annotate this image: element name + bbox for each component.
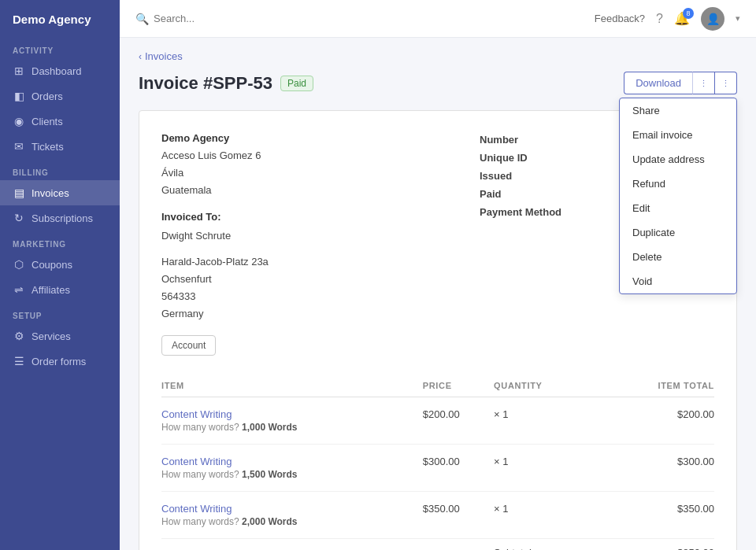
menu-item-edit[interactable]: Edit	[620, 196, 736, 220]
clients-icon: ◉	[13, 115, 25, 127]
user-menu-chevron[interactable]: ▾	[736, 13, 740, 24]
to-zip: 564333	[161, 288, 269, 305]
sidebar-item-affiliates[interactable]: ⇌ Affiliates	[0, 277, 120, 302]
col-price: PRICE	[423, 375, 494, 397]
to-country: Germany	[161, 305, 269, 323]
subtotal-value: $850.00	[587, 538, 714, 550]
page-title: Invoice #SPP-53	[139, 73, 272, 94]
topbar-right: Feedback? ? 🔔 8 👤 ▾	[595, 7, 740, 31]
dashboard-icon: ⊞	[13, 65, 25, 77]
table-row: Content Writing How many words? 1,000 Wo…	[161, 397, 714, 444]
sidebar-item-label: Orders	[32, 90, 63, 102]
download-button[interactable]: Download	[624, 72, 692, 94]
services-icon: ⚙	[13, 330, 25, 342]
menu-item-delete[interactable]: Delete	[620, 245, 736, 269]
company-name: Demo Agency	[161, 130, 269, 147]
more-icon: ⋮	[721, 79, 730, 88]
app-logo: Demo Agency	[0, 0, 120, 37]
dropdown-menu: Share Email invoice Update address Refun…	[619, 98, 737, 294]
item-name-1[interactable]: Content Writing	[161, 456, 423, 467]
item-price-1: $300.00	[423, 444, 494, 491]
page-header: Invoice #SPP-53 Paid Download ⋮ ⋮ Share …	[139, 72, 737, 94]
menu-item-void[interactable]: Void	[620, 269, 736, 293]
subscriptions-icon: ↻	[13, 212, 25, 224]
sidebar-item-coupons[interactable]: ⬡ Coupons	[0, 252, 120, 277]
breadcrumb: ‹ Invoices	[139, 50, 737, 62]
invoiced-to-label: Invoiced To:	[161, 209, 269, 226]
menu-item-share[interactable]: Share	[620, 98, 736, 123]
section-billing: BILLING	[0, 159, 120, 180]
menu-item-duplicate[interactable]: Duplicate	[620, 220, 736, 245]
invoice-from: Demo Agency Acceso Luis Gomez 6 Ávila Gu…	[161, 130, 269, 356]
item-quantity-0: × 1	[494, 397, 587, 444]
order-forms-icon: ☰	[13, 355, 25, 367]
tickets-icon: ✉	[13, 140, 25, 153]
item-detail-1: How many words? 1,500 Words	[161, 469, 423, 480]
item-price-0: $200.00	[423, 397, 494, 444]
sidebar-item-label: Affiliates	[32, 284, 70, 296]
sidebar-item-label: Order forms	[32, 356, 86, 367]
table-row: Content Writing How many words? 2,000 Wo…	[161, 491, 714, 538]
sidebar-item-services[interactable]: ⚙ Services	[0, 323, 120, 349]
sidebar-item-order-forms[interactable]: ☰ Order forms	[0, 349, 120, 374]
help-icon[interactable]: ?	[656, 12, 663, 26]
sidebar-item-label: Dashboard	[32, 65, 82, 77]
sidebar-item-label: Subscriptions	[32, 212, 93, 224]
menu-item-refund[interactable]: Refund	[620, 172, 736, 196]
search-input[interactable]	[154, 13, 295, 24]
split-icon: ⋮	[699, 79, 708, 88]
affiliates-icon: ⇌	[13, 283, 25, 296]
split-button[interactable]: ⋮	[692, 72, 715, 94]
sidebar-item-tickets[interactable]: ✉ Tickets	[0, 134, 120, 159]
invoices-icon: ▤	[13, 186, 25, 199]
to-address1: Harald-Jacob-Platz 23a	[161, 253, 269, 271]
notifications-icon[interactable]: 🔔 8	[674, 11, 690, 26]
sidebar-item-dashboard[interactable]: ⊞ Dashboard	[0, 58, 120, 83]
sidebar-item-label: Services	[32, 330, 71, 342]
sidebar-item-subscriptions[interactable]: ↻ Subscriptions	[0, 205, 120, 231]
breadcrumb-parent[interactable]: Invoices	[145, 50, 183, 62]
from-country: Guatemala	[161, 182, 269, 199]
coupons-icon: ⬡	[13, 258, 25, 271]
from-city: Ávila	[161, 164, 269, 182]
topbar: 🔍 Feedback? ? 🔔 8 👤 ▾	[120, 0, 756, 38]
to-name: Dwight Schrute	[161, 227, 269, 245]
col-item: ITEM	[161, 375, 423, 397]
menu-item-email-invoice[interactable]: Email invoice	[620, 123, 736, 147]
table-header-row: ITEM PRICE QUANTITY ITEM TOTAL	[161, 375, 714, 397]
search-icon: 🔍	[135, 13, 149, 25]
search-container: 🔍	[135, 13, 295, 25]
item-total-0: $200.00	[587, 397, 714, 444]
chevron-left-icon: ‹	[139, 51, 142, 62]
item-cell-0: Content Writing How many words? 1,000 Wo…	[161, 397, 423, 444]
sidebar: Demo Agency ACTIVITY ⊞ Dashboard ◧ Order…	[0, 0, 120, 550]
item-detail-2: How many words? 2,000 Words	[161, 516, 423, 527]
avatar[interactable]: 👤	[701, 7, 724, 31]
sidebar-item-label: Invoices	[32, 187, 69, 199]
header-actions: Download ⋮ ⋮ Share Email invoice Update …	[624, 72, 737, 94]
from-address1: Acceso Luis Gomez 6	[161, 147, 269, 164]
notification-badge: 8	[683, 8, 694, 19]
item-total-2: $350.00	[587, 491, 714, 538]
subtotal-label: Subtotal	[494, 538, 587, 550]
col-quantity: QUANTITY	[494, 375, 587, 397]
item-detail-0: How many words? 1,000 Words	[161, 422, 423, 433]
item-name-0[interactable]: Content Writing	[161, 408, 423, 420]
section-marketing: MARKETING	[0, 231, 120, 252]
sidebar-item-orders[interactable]: ◧ Orders	[0, 83, 120, 109]
col-item-total: ITEM TOTAL	[587, 375, 714, 397]
more-button[interactable]: ⋮	[715, 72, 737, 94]
item-cell-1: Content Writing How many words? 1,500 Wo…	[161, 444, 423, 491]
sidebar-item-label: Coupons	[32, 259, 72, 271]
subtotal-row: Subtotal $850.00	[161, 538, 714, 550]
item-price-2: $350.00	[423, 491, 494, 538]
sidebar-item-clients[interactable]: ◉ Clients	[0, 109, 120, 134]
page-title-row: Invoice #SPP-53 Paid	[139, 73, 313, 94]
item-cell-2: Content Writing How many words? 2,000 Wo…	[161, 491, 423, 538]
item-total-1: $300.00	[587, 444, 714, 491]
sidebar-item-invoices[interactable]: ▤ Invoices	[0, 180, 120, 205]
menu-item-update-address[interactable]: Update address	[620, 147, 736, 172]
feedback-label[interactable]: Feedback?	[595, 13, 645, 24]
item-name-2[interactable]: Content Writing	[161, 503, 423, 515]
account-button[interactable]: Account	[161, 335, 216, 356]
